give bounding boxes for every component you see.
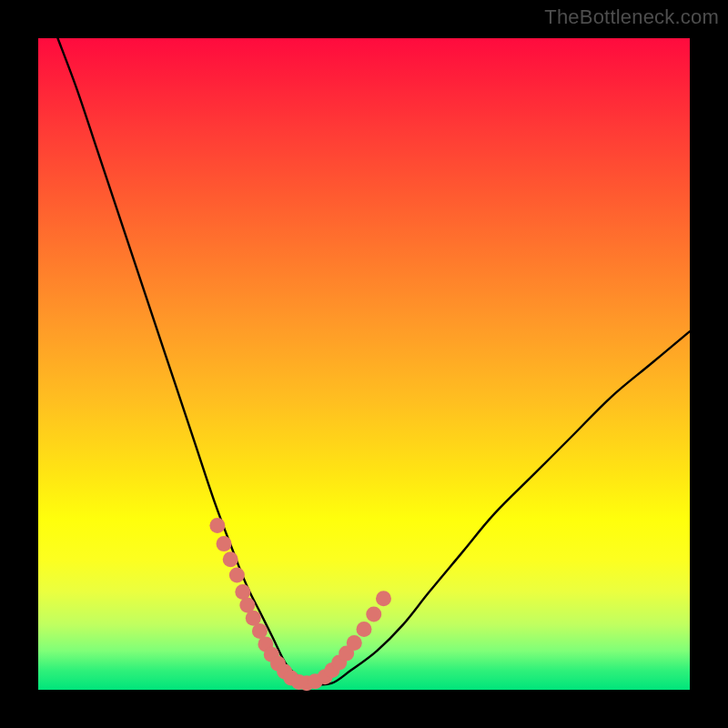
highlight-markers: [209, 518, 391, 691]
svg-point-22: [366, 606, 381, 622]
svg-point-0: [209, 518, 225, 533]
svg-point-3: [229, 567, 245, 582]
curve-line: [57, 38, 690, 684]
svg-point-1: [217, 536, 232, 551]
chart-svg: [38, 38, 690, 690]
svg-point-21: [357, 622, 372, 637]
svg-point-23: [376, 591, 391, 606]
chart-frame: TheBottleneck.com: [0, 0, 728, 728]
svg-point-20: [347, 635, 362, 651]
watermark-text: TheBottleneck.com: [544, 5, 719, 29]
svg-point-2: [223, 551, 238, 567]
plot-area: [38, 38, 690, 690]
